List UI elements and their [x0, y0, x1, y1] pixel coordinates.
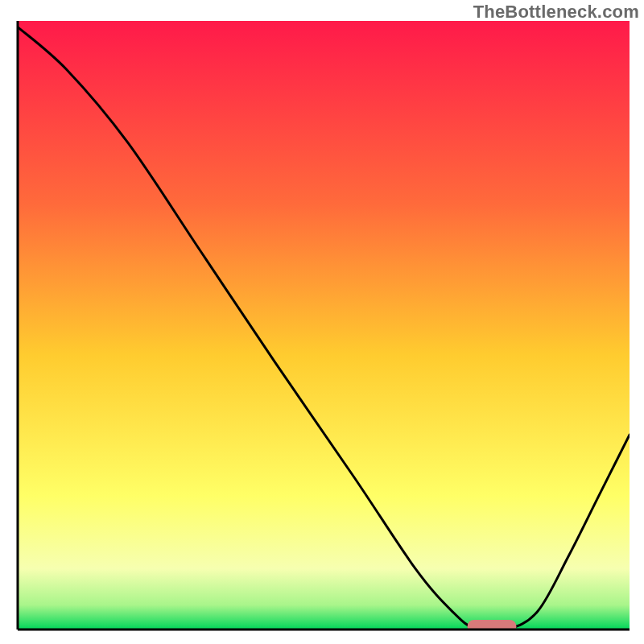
- gradient-background: [18, 21, 630, 630]
- chart-container: TheBottleneck.com: [0, 0, 644, 644]
- chart-svg: [0, 0, 644, 644]
- marker-bar: [468, 620, 517, 634]
